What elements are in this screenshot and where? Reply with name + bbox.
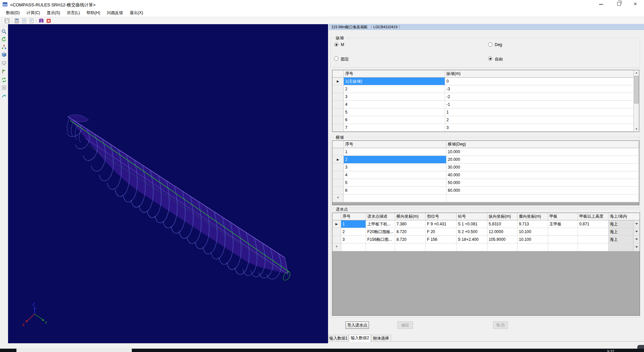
- menu-exit[interactable]: 退出(X): [126, 9, 147, 17]
- table-row[interactable]: ▶ 1(主纵倾) 0: [332, 78, 639, 85]
- axis-z-label: Z: [32, 302, 35, 306]
- restore-icon[interactable]: [617, 2, 621, 6]
- pan-tool-button[interactable]: [1, 93, 7, 99]
- scrollbar-thumb[interactable]: [634, 76, 639, 103]
- chevron-down-icon[interactable]: [633, 244, 640, 251]
- pan-arrow-icon: [1, 93, 7, 99]
- axes-tool-button[interactable]: [1, 44, 7, 50]
- ship-header-bar[interactable]: 119.98m敞口集装箱船 〈 LGCB4110419 〉: [329, 24, 644, 30]
- close-icon[interactable]: ×: [632, 1, 639, 7]
- axis-triad: Z X Y: [22, 302, 47, 327]
- report-button-1[interactable]: [20, 18, 28, 24]
- search-icon: [1, 29, 7, 34]
- flag-tool-button[interactable]: [1, 69, 7, 74]
- save-icon: [4, 18, 10, 24]
- minimize-icon[interactable]: [599, 4, 603, 5]
- ok-button[interactable]: 确定: [397, 321, 413, 329]
- menu-language[interactable]: 语言(L): [63, 9, 83, 17]
- table-row[interactable]: 3 30.000: [332, 164, 639, 171]
- radio-unit-deg[interactable]: [488, 42, 492, 47]
- menu-calculate[interactable]: 计算(C): [23, 9, 44, 17]
- current-row-arrow-icon: ▶: [332, 156, 344, 164]
- save-button[interactable]: [3, 18, 11, 24]
- col-header[interactable]: 进水点描述: [366, 213, 395, 220]
- vertical-scrollbar[interactable]: ▲ ▼: [634, 70, 639, 132]
- table-row[interactable]: 4 40.000: [332, 171, 639, 179]
- table-row[interactable]: 5 1: [332, 108, 639, 116]
- col-header[interactable]: 甲板以上高度: [578, 213, 608, 220]
- report-icon: [21, 18, 27, 24]
- table-row[interactable]: ▶ 2 20.000: [332, 156, 639, 164]
- sea-harbor-dropdown[interactable]: [608, 244, 640, 251]
- menu-display[interactable]: 显示(S): [43, 9, 63, 17]
- table-row[interactable]: ▶ 1 上甲板下机... 7.380 F 9 +0.431 S 1 +0.081…: [332, 220, 640, 228]
- col-header[interactable]: 甲板: [548, 213, 578, 220]
- trim-group-title: 纵倾: [334, 35, 345, 41]
- radio-free-label: 自由: [495, 56, 503, 62]
- col-header[interactable]: 站号: [457, 213, 487, 220]
- col-header[interactable]: 海上/港内: [608, 213, 640, 220]
- scroll-down-icon[interactable]: ▼: [634, 127, 639, 132]
- heel-group-title: 横倾: [334, 135, 345, 140]
- table-row[interactable]: 5 50.000: [332, 179, 639, 187]
- table-row[interactable]: 4 -1: [332, 101, 639, 108]
- col-header[interactable]: 序号: [344, 141, 446, 148]
- col-header[interactable]: 序号: [341, 213, 366, 220]
- col-header[interactable]: 横向坐标(m): [395, 213, 426, 220]
- import-flood-points-button[interactable]: 导入进水点: [345, 321, 369, 329]
- menu-data[interactable]: 数据(D): [3, 9, 23, 17]
- col-header[interactable]: 横倾(Deg): [446, 141, 639, 148]
- chevron-down-icon[interactable]: [633, 220, 640, 228]
- refresh-tool-button[interactable]: [1, 77, 7, 83]
- application-window: <COMPASS-RULES SRH12-横交曲线计算> × 数据(D) 计算(…: [0, 0, 644, 352]
- table-row[interactable]: 6 2: [332, 116, 639, 124]
- calculator-button[interactable]: [13, 18, 20, 24]
- col-header[interactable]: 垂向坐标(m): [518, 213, 548, 220]
- exit-red-icon: [46, 18, 51, 24]
- col-header[interactable]: 纵向坐标(m): [487, 213, 518, 220]
- table-row[interactable]: 1 10.000: [332, 148, 639, 156]
- axis-y-label: Y: [45, 321, 47, 325]
- new-row[interactable]: *: [332, 244, 640, 251]
- sea-harbor-dropdown[interactable]: 海上: [608, 228, 640, 236]
- menu-help[interactable]: 帮助(H): [83, 9, 104, 17]
- table-row[interactable]: 7 3: [332, 124, 639, 132]
- col-header[interactable]: 序号: [344, 70, 445, 78]
- col-header[interactable]: 纵倾(m): [445, 70, 634, 78]
- 3d-viewport[interactable]: Z X Y: [8, 24, 328, 343]
- chevron-down-icon[interactable]: [633, 236, 640, 243]
- cube-icon: [1, 52, 7, 57]
- image-tool-button[interactable]: [1, 85, 7, 90]
- chevron-down-icon[interactable]: [633, 228, 640, 235]
- heel-table: 序号 横倾(Deg) 1 10.000 ▶ 2 20.000 3 30.000 …: [332, 140, 639, 205]
- sea-harbor-dropdown[interactable]: 海上: [608, 236, 640, 244]
- tab-input-data-2[interactable]: 输入数据2: [349, 335, 371, 342]
- cancel-button[interactable]: 取消: [493, 321, 508, 329]
- new-row[interactable]: *: [332, 194, 639, 202]
- window-bottom-edge: [0, 343, 644, 349]
- manual-button[interactable]: [38, 18, 45, 24]
- cube-view-button[interactable]: [1, 52, 7, 57]
- toolbar-grip[interactable]: [1, 18, 2, 23]
- col-header[interactable]: 肋位号: [426, 213, 457, 220]
- table-row[interactable]: 6 60.000: [332, 187, 639, 194]
- scroll-up-icon[interactable]: ▲: [634, 70, 639, 75]
- report-button-2[interactable]: [28, 18, 35, 24]
- radio-free[interactable]: [488, 56, 492, 61]
- radio-unit-m[interactable]: [334, 42, 338, 47]
- tab-appendage-select[interactable]: 附体选择: [371, 335, 391, 341]
- screen-tool-button[interactable]: [1, 60, 7, 66]
- exit-button[interactable]: [45, 18, 52, 24]
- table-row[interactable]: 3 F156舱口围... 8.720 F 156 S 18+2.400 105.…: [332, 236, 640, 244]
- table-row[interactable]: 3 -2: [332, 93, 639, 101]
- taskbar-window-chip[interactable]: [16, 349, 132, 352]
- tab-input-data-1[interactable]: 输入数据1: [328, 335, 349, 341]
- zoom-tool-button[interactable]: [1, 29, 7, 34]
- menu-feedback[interactable]: 问题反馈: [104, 9, 126, 17]
- sea-harbor-dropdown[interactable]: 海上: [608, 220, 640, 228]
- radio-fixed[interactable]: [334, 56, 338, 61]
- table-row[interactable]: 2 -3: [332, 85, 639, 93]
- flood-table-header: 序号 进水点描述 横向坐标(m) 肋位号 站号 纵向坐标(m) 垂向坐标(m) …: [332, 213, 640, 220]
- rotate-view-button[interactable]: [1, 37, 7, 42]
- table-row[interactable]: 2 F20舱口围板... 8.720 F 20 S 2 +0.500 12.00…: [332, 228, 640, 236]
